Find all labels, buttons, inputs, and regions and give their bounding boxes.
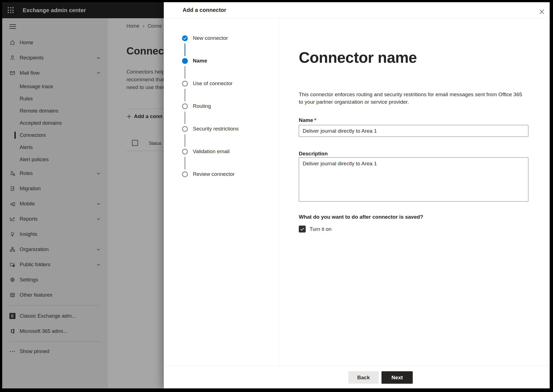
- step-connector-line: [185, 66, 185, 79]
- description-field-label: Description: [299, 151, 328, 157]
- step-validation-email[interactable]: Validation email: [164, 148, 274, 155]
- connector-name-heading: Connector name: [299, 49, 417, 66]
- step-connector-line: [185, 89, 185, 101]
- step-current-dot: [182, 58, 188, 64]
- next-button[interactable]: Next: [381, 371, 413, 384]
- step-new-connector[interactable]: New connector: [164, 35, 274, 42]
- required-asterisk: *: [314, 117, 316, 123]
- step-review-connector[interactable]: Review connector: [164, 171, 274, 178]
- dialog-header-divider: [164, 18, 550, 18]
- step-upcoming-dot: [182, 103, 188, 109]
- after-save-question: What do you want to do after connector i…: [299, 214, 423, 220]
- dialog-footer-divider: [164, 366, 550, 366]
- step-upcoming-dot: [182, 126, 188, 132]
- turn-it-on-checkbox-row[interactable]: Turn it on: [299, 226, 332, 232]
- connector-description-text: This connector enforces routing and secu…: [299, 91, 522, 106]
- checkbox-checked[interactable]: [299, 226, 306, 232]
- check-icon: [183, 37, 187, 40]
- name-input[interactable]: [299, 125, 528, 137]
- back-button[interactable]: Back: [348, 371, 379, 384]
- step-security-restrictions[interactable]: Security restrictions: [164, 126, 274, 133]
- checkbox-label: Turn it on: [310, 226, 332, 232]
- step-upcoming-dot: [182, 149, 188, 155]
- step-name[interactable]: Name: [164, 58, 274, 65]
- app-window: Exchange admin center Home Recipients Ma…: [2, 2, 550, 388]
- step-upcoming-dot: [182, 171, 188, 177]
- step-use-of-connector[interactable]: Use of connector: [164, 80, 274, 87]
- close-button[interactable]: [537, 7, 547, 17]
- add-connector-dialog: Add a connector New connector Name Use o…: [164, 2, 550, 388]
- steps-panel-divider: [279, 18, 279, 366]
- step-connector-line: [185, 157, 185, 169]
- description-textarea[interactable]: Deliver journal directly to Area 1: [299, 157, 528, 202]
- step-connector-line: [185, 111, 185, 124]
- step-connector-line: [185, 134, 185, 147]
- step-completed-dot: [182, 35, 188, 41]
- check-icon: [300, 228, 304, 231]
- step-routing[interactable]: Routing: [164, 103, 274, 110]
- step-connector-line: [185, 43, 185, 56]
- name-field-label: Name*: [299, 117, 316, 123]
- close-icon: [539, 9, 544, 14]
- dialog-title: Add a connector: [183, 7, 226, 13]
- step-upcoming-dot: [182, 81, 188, 87]
